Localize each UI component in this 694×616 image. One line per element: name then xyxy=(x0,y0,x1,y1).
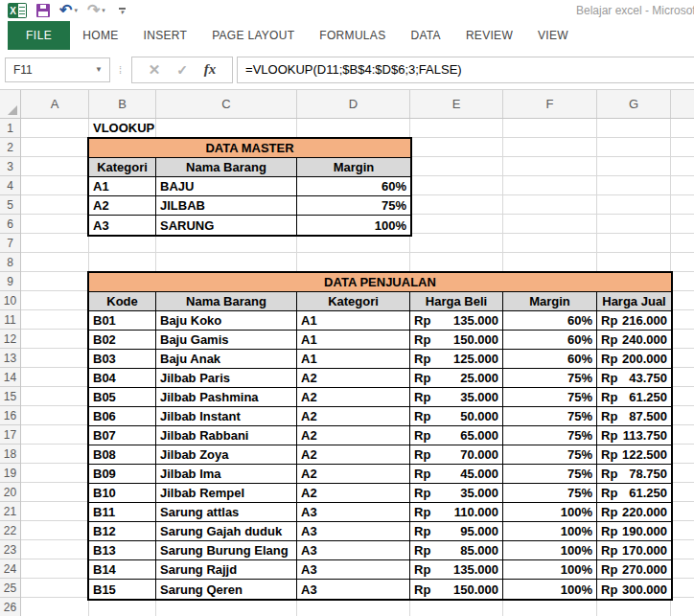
penjualan-cell-nama[interactable]: Jilbab Rempel xyxy=(156,484,297,503)
cell-b1-vlookup-label[interactable]: VLOOKUP xyxy=(93,119,154,138)
tab-view[interactable]: VIEW xyxy=(525,21,581,50)
penjualan-cell-kategori[interactable]: A1 xyxy=(297,331,410,350)
penjualan-cell-kategori[interactable]: A3 xyxy=(297,560,410,580)
master-cell-nama[interactable]: BAJU xyxy=(156,177,297,196)
master-cell-nama[interactable]: SARUNG xyxy=(156,216,297,235)
penjualan-cell-kode[interactable]: B02 xyxy=(89,331,156,350)
penjualan-cell-harga-jual[interactable]: Rp 270.000 xyxy=(597,560,671,580)
name-box[interactable]: F11 ▼ xyxy=(5,57,110,82)
penjualan-cell-nama[interactable]: Baju Gamis xyxy=(156,331,297,350)
penjualan-cell-kode[interactable]: B10 xyxy=(89,484,156,503)
penjualan-cell-margin[interactable]: 100% xyxy=(503,541,597,560)
tab-formulas[interactable]: FORMULAS xyxy=(307,21,398,50)
row-header[interactable]: 4 xyxy=(0,176,20,195)
undo-dropdown-icon[interactable]: ▾ xyxy=(74,7,78,14)
formula-input[interactable]: =VLOOKUP(D11;$B$4:$D$6;3;FALSE) xyxy=(237,57,694,83)
penjualan-cell-harga-beli[interactable]: Rp 50.000 xyxy=(410,407,503,426)
penjualan-cell-kategori[interactable]: A3 xyxy=(297,522,410,541)
penjualan-cell-margin[interactable]: 75% xyxy=(503,369,597,388)
penjualan-cell-nama[interactable]: Sarung Gajah duduk xyxy=(156,522,297,541)
penjualan-cell-kode[interactable]: B09 xyxy=(89,465,156,484)
penjualan-cell-kategori[interactable]: A3 xyxy=(297,503,410,522)
master-cell-margin[interactable]: 60% xyxy=(297,177,410,196)
penjualan-cell-nama[interactable]: Sarung Qeren xyxy=(156,580,297,599)
tab-page-layout[interactable]: PAGE LAYOUT xyxy=(199,21,307,50)
column-header-g[interactable]: G xyxy=(597,90,671,118)
penjualan-cell-kode[interactable]: B01 xyxy=(89,311,156,331)
penjualan-cell-kode[interactable]: B06 xyxy=(89,407,156,426)
penjualan-cell-harga-jual[interactable]: Rp 122.500 xyxy=(597,445,671,465)
enter-formula-icon[interactable]: ✓ xyxy=(176,62,188,78)
row-header[interactable]: 25 xyxy=(0,579,20,598)
penjualan-cell-kategori[interactable]: A1 xyxy=(297,311,410,331)
penjualan-cell-kode[interactable]: B11 xyxy=(89,503,156,522)
penjualan-cell-margin[interactable]: 75% xyxy=(503,484,597,503)
row-header[interactable]: 7 xyxy=(0,234,20,253)
column-header-a[interactable]: A xyxy=(21,90,89,118)
master-cell-kategori[interactable]: A1 xyxy=(89,177,156,196)
penjualan-cell-harga-beli[interactable]: Rp 35.000 xyxy=(410,388,503,407)
row-header[interactable]: 2 xyxy=(0,138,20,157)
tab-home[interactable]: HOME xyxy=(70,21,130,50)
master-cell-nama[interactable]: JILBAB xyxy=(156,196,297,216)
tab-data[interactable]: DATA xyxy=(398,21,452,50)
penjualan-cell-margin[interactable]: 60% xyxy=(503,331,597,350)
penjualan-cell-margin[interactable]: 75% xyxy=(503,388,597,407)
penjualan-cell-kategori[interactable]: A2 xyxy=(297,369,410,388)
penjualan-cell-harga-jual[interactable]: Rp 43.750 xyxy=(597,369,671,388)
penjualan-cell-harga-beli[interactable]: Rp 65.000 xyxy=(410,426,503,445)
penjualan-cell-margin[interactable]: 75% xyxy=(503,426,597,445)
master-cell-margin[interactable]: 75% xyxy=(297,196,410,216)
penjualan-cell-margin[interactable]: 100% xyxy=(503,522,597,541)
penjualan-cell-nama[interactable]: Jilbab Instant xyxy=(156,407,297,426)
select-all-button[interactable] xyxy=(0,90,21,118)
penjualan-cell-harga-beli[interactable]: Rp 150.000 xyxy=(410,331,503,350)
row-header[interactable]: 20 xyxy=(0,483,20,502)
penjualan-cell-harga-jual[interactable]: Rp 87.500 xyxy=(597,407,671,426)
penjualan-cell-margin[interactable]: 75% xyxy=(503,407,597,426)
penjualan-cell-harga-beli[interactable]: Rp 135.000 xyxy=(410,560,503,580)
penjualan-cell-harga-beli[interactable]: Rp 95.000 xyxy=(410,522,503,541)
penjualan-cell-harga-beli[interactable]: Rp 110.000 xyxy=(410,503,503,522)
penjualan-header-harga-jual[interactable]: Harga Jual xyxy=(597,292,671,311)
penjualan-cell-harga-beli[interactable]: Rp 135.000 xyxy=(410,311,503,331)
penjualan-cell-kode[interactable]: B13 xyxy=(89,541,156,560)
penjualan-cell-harga-beli[interactable]: Rp 70.000 xyxy=(410,445,503,465)
penjualan-cell-kategori[interactable]: A2 xyxy=(297,388,410,407)
penjualan-cell-harga-beli[interactable]: Rp 150.000 xyxy=(410,580,503,599)
penjualan-cell-kode[interactable]: B07 xyxy=(89,426,156,445)
penjualan-cell-nama[interactable]: Sarung attlas xyxy=(156,503,297,522)
penjualan-cell-kategori[interactable]: A2 xyxy=(297,426,410,445)
penjualan-cell-harga-jual[interactable]: Rp 190.000 xyxy=(597,522,671,541)
master-header-kategori[interactable]: Kategori xyxy=(89,158,156,177)
data-master-title[interactable]: DATA MASTER xyxy=(89,139,410,158)
penjualan-cell-kategori[interactable]: A2 xyxy=(297,445,410,465)
penjualan-cell-nama[interactable]: Sarung Rajjd xyxy=(156,560,297,580)
cancel-formula-icon[interactable]: ✕ xyxy=(149,61,161,79)
penjualan-cell-harga-jual[interactable]: Rp 200.000 xyxy=(597,350,671,369)
master-cell-kategori[interactable]: A3 xyxy=(89,216,156,235)
row-header[interactable]: 14 xyxy=(0,368,20,387)
penjualan-cell-margin[interactable]: 100% xyxy=(503,580,597,599)
row-header[interactable]: 24 xyxy=(0,559,20,579)
row-header[interactable]: 17 xyxy=(0,425,20,445)
penjualan-header-margin[interactable]: Margin xyxy=(503,292,597,311)
penjualan-cell-harga-jual[interactable]: Rp 113.750 xyxy=(597,426,671,445)
penjualan-cell-harga-beli[interactable]: Rp 125.000 xyxy=(410,350,503,369)
penjualan-cell-margin[interactable]: 100% xyxy=(503,560,597,580)
excel-app-icon[interactable]: X xyxy=(8,3,27,18)
penjualan-cell-harga-beli[interactable]: Rp 25.000 xyxy=(410,369,503,388)
undo-button[interactable]: ↶ ▾ xyxy=(59,4,78,17)
spreadsheet-grid[interactable]: 1 2 3 4 5 6 7 8 9 10 11 12 13 14 15 xyxy=(0,119,694,616)
row-header[interactable]: 11 xyxy=(0,310,20,330)
penjualan-cell-margin[interactable]: 100% xyxy=(503,503,597,522)
penjualan-cell-harga-jual[interactable]: Rp 170.000 xyxy=(597,541,671,560)
penjualan-cell-nama[interactable]: Jilbab Pashmina xyxy=(156,388,297,407)
penjualan-cell-kode[interactable]: B03 xyxy=(89,350,156,369)
formula-bar-splitter[interactable]: ⁞ xyxy=(119,64,123,76)
customize-qat-button[interactable]: ▾ xyxy=(119,8,126,14)
row-header[interactable]: 6 xyxy=(0,215,20,234)
row-header[interactable]: 15 xyxy=(0,387,20,406)
column-header-d[interactable]: D xyxy=(297,90,410,118)
penjualan-cell-kode[interactable]: B14 xyxy=(89,560,156,580)
